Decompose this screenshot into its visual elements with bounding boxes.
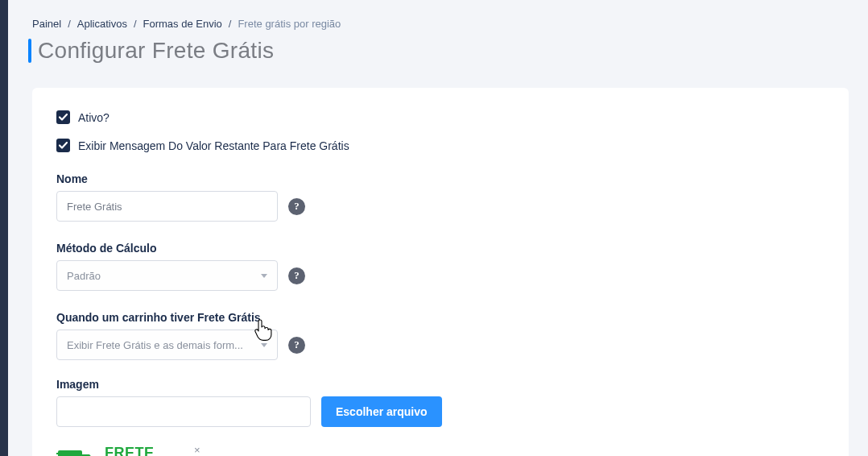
sidebar-strip (0, 0, 8, 456)
truck-icon (56, 445, 98, 456)
checkbox-show-message-row: Exibir Mensagem Do Valor Restante Para F… (56, 139, 825, 152)
image-thumbnail: FRETE GRÁTIS (56, 445, 162, 456)
breadcrumb-item-current: Frete grátis por região (238, 18, 341, 30)
help-icon[interactable]: ? (288, 198, 305, 215)
image-input[interactable] (56, 396, 311, 427)
page-title-accent (28, 39, 31, 63)
checkbox-show-message-label: Exibir Mensagem Do Valor Restante Para F… (78, 139, 349, 152)
breadcrumb-separator: / (68, 18, 71, 30)
breadcrumb-item[interactable]: Aplicativos (77, 18, 127, 30)
checkbox-show-message[interactable] (56, 139, 70, 152)
when-cart-label: Quando um carrinho tiver Frete Grátis (56, 311, 825, 324)
thumbnail-text: FRETE GRÁTIS (105, 446, 162, 456)
help-icon[interactable]: ? (288, 337, 305, 354)
method-row: Padrão ? (56, 260, 825, 291)
choose-file-button[interactable]: Escolher arquivo (321, 396, 442, 427)
remove-image-button[interactable]: × (194, 445, 200, 455)
image-thumbnail-area: FRETE GRÁTIS × (56, 445, 825, 456)
when-cart-select-value: Exibir Frete Grátis e as demais form... (67, 339, 243, 351)
when-cart-select[interactable]: Exibir Frete Grátis e as demais form... (56, 330, 278, 360)
breadcrumb-separator: / (229, 18, 232, 30)
checkbox-active-label: Ativo? (78, 111, 110, 124)
method-select-value: Padrão (67, 270, 101, 282)
image-row: Escolher arquivo (56, 396, 825, 427)
config-card: Ativo? Exibir Mensagem Do Valor Restante… (32, 88, 849, 456)
page-title: Configurar Frete Grátis (38, 38, 274, 64)
name-input[interactable] (56, 191, 278, 222)
breadcrumb-item[interactable]: Painel (32, 18, 61, 30)
method-label: Método de Cálculo (56, 242, 825, 255)
breadcrumb: Painel / Aplicativos / Formas de Envio /… (0, 0, 868, 38)
breadcrumb-item[interactable]: Formas de Envio (143, 18, 222, 30)
when-cart-row: Exibir Frete Grátis e as demais form... … (56, 330, 825, 360)
name-row: ? (56, 191, 825, 222)
help-icon[interactable]: ? (288, 267, 305, 284)
page-title-wrap: Configurar Frete Grátis (0, 38, 868, 80)
checkbox-active[interactable] (56, 110, 70, 124)
breadcrumb-separator: / (134, 18, 137, 30)
method-select[interactable]: Padrão (56, 260, 278, 291)
name-label: Nome (56, 172, 825, 185)
chevron-down-icon (261, 343, 267, 347)
image-label: Imagem (56, 378, 825, 391)
checkbox-active-row: Ativo? (56, 110, 825, 124)
chevron-down-icon (261, 274, 267, 278)
